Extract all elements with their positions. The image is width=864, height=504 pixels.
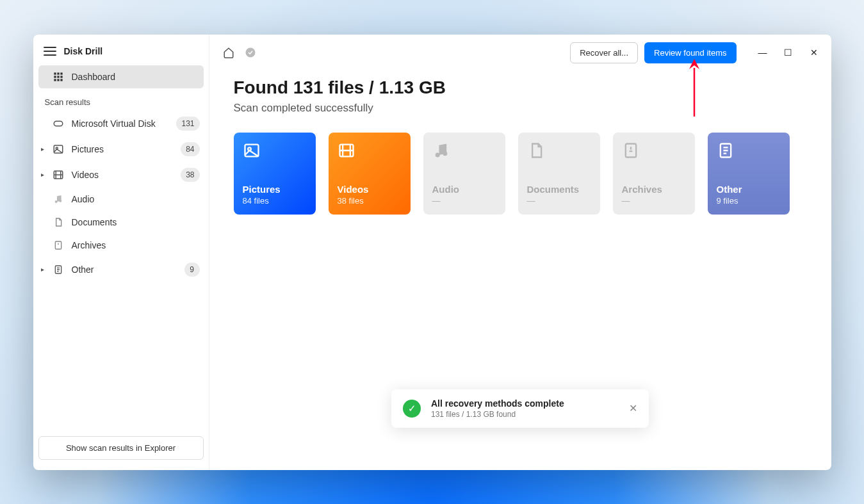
window-controls: — ☐ ✕: [757, 47, 820, 58]
sidebar-item-videos[interactable]: ▸ Videos 38: [33, 162, 209, 188]
card-count: 9 files: [717, 196, 781, 206]
main-panel: Recover all... Review found items — ☐ ✕ …: [209, 35, 831, 470]
topbar: Recover all... Review found items — ☐ ✕: [209, 35, 831, 71]
sidebar-item-other[interactable]: ▸ Other 9: [33, 257, 209, 282]
app-window: Disk Drill Dashboard Scan results Micros…: [33, 35, 831, 470]
sidebar-header: Disk Drill: [33, 40, 209, 65]
card-name: Pictures: [243, 184, 307, 195]
card-count: 84 files: [243, 196, 307, 206]
document-icon: [53, 216, 64, 228]
card-count: —: [622, 196, 686, 206]
sidebar-item-label: Other: [72, 264, 177, 275]
card-other[interactable]: Other 9 files: [708, 133, 790, 215]
sidebar: Disk Drill Dashboard Scan results Micros…: [33, 35, 209, 470]
card-videos[interactable]: Videos 38 files: [329, 133, 411, 215]
music-icon: [53, 193, 64, 205]
sidebar-item-label: Videos: [72, 170, 174, 180]
sidebar-item-label: Archives: [72, 240, 200, 250]
sidebar-item-pictures[interactable]: ▸ Pictures 84: [33, 136, 209, 162]
close-icon[interactable]: ✕: [629, 402, 637, 414]
status-toast: ✓ All recovery methods complete 131 file…: [391, 389, 649, 428]
count-badge: 9: [184, 263, 200, 277]
checkmark-icon: ✓: [403, 400, 421, 418]
card-name: Videos: [338, 184, 402, 195]
film-icon: [53, 169, 64, 181]
sidebar-item-audio[interactable]: Audio: [33, 188, 209, 211]
toast-title: All recovery methods complete: [431, 398, 619, 409]
chevron-right-icon: ▸: [41, 145, 44, 152]
review-found-items-button[interactable]: Review found items: [644, 42, 736, 63]
toast-subtitle: 131 files / 1.13 GB found: [431, 410, 619, 419]
chevron-right-icon: ▸: [41, 171, 44, 178]
card-documents: Documents —: [518, 133, 600, 215]
svg-rect-4: [57, 76, 59, 77]
svg-rect-15: [55, 241, 61, 249]
count-badge: 84: [181, 142, 199, 156]
image-icon: [53, 143, 64, 155]
minimize-icon[interactable]: —: [757, 47, 769, 58]
category-cards: Pictures 84 files Videos 38 files Audio …: [234, 133, 807, 215]
recover-all-button[interactable]: Recover all...: [570, 42, 638, 63]
svg-rect-9: [54, 121, 63, 126]
page-title: Found 131 files / 1.13 GB: [234, 77, 807, 98]
count-badge: 38: [181, 168, 199, 182]
show-in-explorer-button[interactable]: Show scan results in Explorer: [38, 436, 204, 460]
svg-rect-6: [54, 79, 56, 81]
svg-point-13: [54, 200, 57, 203]
document-icon: [527, 142, 591, 165]
card-count: 38 files: [338, 196, 402, 206]
close-icon[interactable]: ✕: [808, 47, 820, 58]
maximize-icon[interactable]: ☐: [783, 47, 794, 58]
svg-point-22: [443, 151, 447, 156]
app-title: Disk Drill: [64, 46, 103, 56]
svg-rect-5: [60, 76, 62, 77]
sidebar-footer: Show scan results in Explorer: [33, 431, 209, 465]
sidebar-item-label: Pictures: [72, 144, 174, 154]
home-icon[interactable]: [221, 45, 236, 60]
card-pictures[interactable]: Pictures 84 files: [234, 133, 316, 215]
page-subtitle: Scan completed successfully: [234, 102, 807, 115]
sidebar-item-disk[interactable]: Microsoft Virtual Disk 131: [33, 111, 209, 136]
svg-rect-0: [54, 72, 56, 74]
card-name: Documents: [527, 184, 591, 195]
card-name: Audio: [432, 184, 496, 195]
content-area: Found 131 files / 1.13 GB Scan completed…: [209, 71, 831, 221]
check-badge-icon[interactable]: [243, 45, 258, 60]
page-icon: [717, 142, 781, 165]
sidebar-section-label: Scan results: [33, 92, 209, 111]
card-name: Archives: [622, 184, 686, 195]
sidebar-item-label: Dashboard: [72, 72, 195, 82]
sidebar-item-label: Documents: [72, 217, 200, 227]
sidebar-item-dashboard[interactable]: Dashboard: [38, 65, 204, 88]
chevron-right-icon: ▸: [41, 266, 44, 273]
svg-rect-7: [57, 79, 59, 81]
card-audio: Audio —: [423, 133, 505, 215]
card-count: —: [432, 196, 496, 206]
svg-rect-3: [54, 76, 56, 77]
sidebar-item-label: Audio: [72, 194, 200, 204]
svg-point-21: [435, 152, 439, 157]
card-count: —: [527, 196, 591, 206]
image-icon: [243, 142, 307, 165]
card-archives: Archives —: [613, 133, 695, 215]
music-icon: [432, 142, 496, 165]
film-icon: [338, 142, 402, 165]
sidebar-item-documents[interactable]: Documents: [33, 211, 209, 234]
hamburger-icon[interactable]: [44, 47, 56, 56]
svg-rect-2: [60, 72, 62, 74]
archive-icon: [622, 142, 686, 165]
svg-point-17: [245, 48, 255, 58]
sidebar-item-label: Microsoft Virtual Disk: [72, 118, 169, 129]
count-badge: 131: [176, 117, 199, 131]
grid-icon: [53, 71, 64, 83]
archive-icon: [53, 240, 64, 251]
disk-icon: [53, 118, 64, 129]
svg-rect-1: [57, 72, 59, 74]
card-name: Other: [717, 184, 781, 195]
svg-rect-8: [60, 79, 62, 81]
page-icon: [53, 264, 64, 275]
sidebar-item-archives[interactable]: Archives: [33, 234, 209, 257]
svg-point-14: [59, 199, 61, 202]
